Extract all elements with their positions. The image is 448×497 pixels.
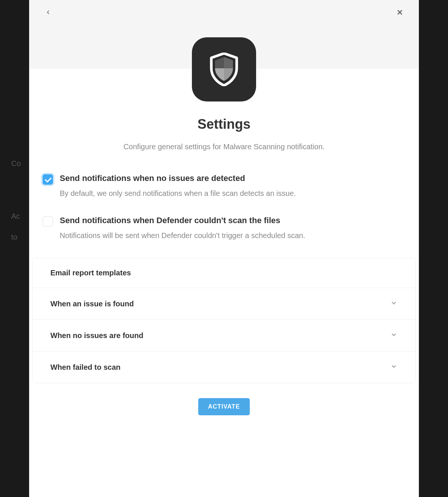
template-no-issues[interactable]: When no issues are found <box>32 319 416 351</box>
option-description: By default, we only send notifications w… <box>60 189 405 198</box>
email-templates-header: Email report templates <box>32 258 416 288</box>
app-logo <box>192 37 256 101</box>
template-label: When no issues are found <box>50 331 143 340</box>
template-failed-scan[interactable]: When failed to scan <box>32 351 416 383</box>
options-group: Send notifications when no issues are de… <box>29 174 419 240</box>
option-text: Send notifications when Defender couldn'… <box>60 216 405 240</box>
email-templates-panel: Email report templates When an issue is … <box>32 258 416 383</box>
chevron-down-icon <box>390 363 398 372</box>
option-notify-scan-failed: Send notifications when Defender couldn'… <box>43 216 405 240</box>
chevron-left-icon <box>45 9 52 16</box>
template-label: When an issue is found <box>50 300 134 308</box>
close-icon <box>396 8 404 16</box>
option-label: Send notifications when no issues are de… <box>60 174 405 183</box>
option-text: Send notifications when no issues are de… <box>60 174 405 198</box>
modal-header <box>29 0 419 69</box>
activate-button[interactable]: ACTIVATE <box>198 398 250 415</box>
option-label: Send notifications when Defender couldn'… <box>60 216 405 225</box>
chevron-down-icon <box>390 299 398 308</box>
settings-modal: Settings Configure general settings for … <box>29 0 419 497</box>
close-button[interactable] <box>394 7 405 18</box>
checkbox-notify-scan-failed[interactable] <box>43 216 53 227</box>
modal-title: Settings <box>29 116 419 132</box>
template-issue-found[interactable]: When an issue is found <box>32 288 416 319</box>
option-notify-no-issues: Send notifications when no issues are de… <box>43 174 405 198</box>
backdrop-text: Ac <box>11 212 20 221</box>
back-button[interactable] <box>43 7 54 18</box>
backdrop-text: Co <box>11 159 21 168</box>
template-label: When failed to scan <box>50 363 121 372</box>
checkbox-notify-no-issues[interactable] <box>43 174 53 185</box>
backdrop-text: to <box>11 233 18 241</box>
option-description: Notifications will be sent when Defender… <box>60 231 405 240</box>
chevron-down-icon <box>390 331 398 340</box>
shield-icon <box>209 53 239 86</box>
modal-subtitle: Configure general settings for Malware S… <box>29 143 419 151</box>
modal-body: Settings Configure general settings for … <box>29 69 419 497</box>
modal-footer: ACTIVATE <box>29 383 419 438</box>
